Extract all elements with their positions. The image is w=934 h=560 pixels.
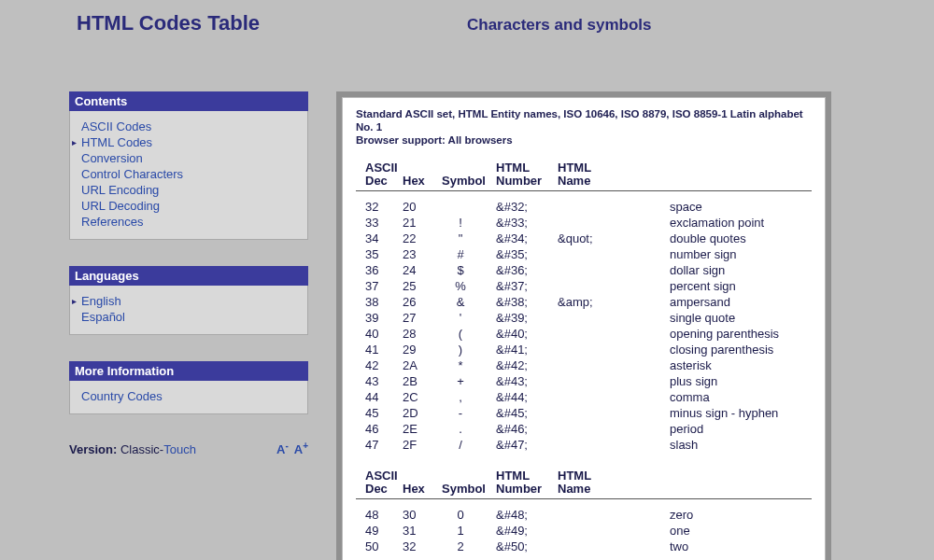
table-row: 3220&#32;space <box>365 199 812 215</box>
table-row: 3927'&#39;single quote <box>365 310 812 326</box>
version-touch-link[interactable]: Touch <box>163 442 196 456</box>
table-row: 3321!&#33;exclamation point <box>365 215 812 231</box>
sidebar-item-more-0[interactable]: Country Codes <box>81 388 298 404</box>
sidebar-item-contents-2[interactable]: Conversion <box>81 150 298 166</box>
table-row: 4028(&#40;opening parenthesis <box>365 326 812 342</box>
page-title: HTML Codes Table <box>77 11 467 35</box>
version-label: Version: <box>69 442 117 456</box>
table-row: 3422"&#34;&quot;double quotes <box>365 231 812 246</box>
sidebar-item-contents-4[interactable]: URL Encoding <box>81 182 298 198</box>
version-classic: Classic <box>120 442 160 456</box>
contents-list: ASCII CodesHTML CodesConversionControl C… <box>81 119 298 230</box>
version-row: Version: Classic - Touch A- A+ <box>69 441 308 456</box>
codes-card: Standard ASCII set, HTML Entity names, I… <box>342 97 826 560</box>
font-decrease-button[interactable]: A- <box>276 441 289 456</box>
ascii-table-block-2: ASCIIDec Hex Symbol HTMLNumber HTMLName … <box>356 469 812 554</box>
page-subtitle: Characters and symbols <box>467 16 651 35</box>
languages-list: EnglishEspañol <box>81 293 298 325</box>
sidebar-item-contents-6[interactable]: References <box>81 214 298 230</box>
table-row: 3624$&#36;dollar sign <box>365 262 812 278</box>
more-info-heading: More Information <box>69 361 308 381</box>
sidebar-item-contents-1[interactable]: HTML Codes <box>81 134 298 150</box>
languages-panel: Languages EnglishEspañol <box>69 266 308 335</box>
contents-panel: Contents ASCII CodesHTML CodesConversion… <box>69 91 308 240</box>
table-row: 4129)&#41;closing parenthesis <box>365 342 812 357</box>
table-row: 432B+&#43;plus sign <box>365 373 812 389</box>
table-row: 3523#&#35;number sign <box>365 246 812 262</box>
sidebar-item-language-0[interactable]: English <box>81 293 298 309</box>
table-header: ASCIIDec Hex Symbol HTMLNumber HTMLName <box>356 469 812 499</box>
sidebar: Contents ASCII CodesHTML CodesConversion… <box>69 91 308 560</box>
languages-heading: Languages <box>69 266 308 286</box>
table-header: ASCIIDec Hex Symbol HTMLNumber HTMLName <box>356 161 812 191</box>
table-row: 472F/&#47;slash <box>365 437 812 453</box>
table-row: 452D-&#45;minus sign - hyphen <box>365 405 812 421</box>
sidebar-item-language-1[interactable]: Español <box>81 309 298 325</box>
card-note: Standard ASCII set, HTML Entity names, I… <box>356 107 812 147</box>
more-info-list: Country Codes <box>81 388 298 404</box>
table-row: 422A*&#42;asterisk <box>365 357 812 373</box>
sidebar-item-contents-3[interactable]: Control Characters <box>81 166 298 182</box>
ascii-table-block-1: ASCIIDec Hex Symbol HTMLNumber HTMLName … <box>356 161 812 453</box>
table-row: 49311&#49;one <box>365 523 812 539</box>
more-info-panel: More Information Country Codes <box>69 361 308 414</box>
contents-heading: Contents <box>69 91 308 111</box>
table-row: 3725%&#37;percent sign <box>365 278 812 294</box>
table-row: 442C,&#44;comma <box>365 389 812 405</box>
table-row: 462E.&#46;period <box>365 421 812 437</box>
table-row: 50322&#50;two <box>365 539 812 554</box>
page-header: HTML Codes Table Characters and symbols <box>0 0 934 35</box>
table-row: 3826&&#38;&amp;ampersand <box>365 294 812 310</box>
table-row: 48300&#48;zero <box>365 507 812 523</box>
sidebar-item-contents-5[interactable]: URL Decoding <box>81 198 298 214</box>
sidebar-item-contents-0[interactable]: ASCII Codes <box>81 119 298 134</box>
font-increase-button[interactable]: A+ <box>294 441 308 456</box>
main-panel: Standard ASCII set, HTML Entity names, I… <box>336 91 831 560</box>
